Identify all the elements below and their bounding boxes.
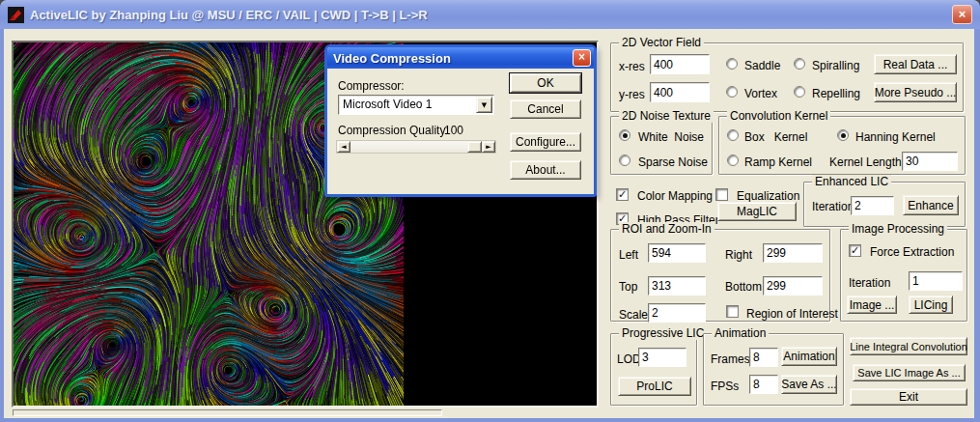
save-as-button[interactable]: Save As ... bbox=[781, 375, 837, 394]
equalization-checkbox[interactable] bbox=[715, 188, 728, 201]
exit-button[interactable]: Exit bbox=[850, 388, 967, 406]
video-compression-dialog: Video Compression × Compressor: Microsof… bbox=[324, 44, 597, 197]
force-extraction-checkbox[interactable] bbox=[849, 244, 861, 257]
group-label: Enhanced LIC bbox=[812, 175, 891, 188]
lod-label: LOD bbox=[617, 352, 641, 366]
window-title: ActiveLIC by Zhanping Liu @ MSU / ERC / … bbox=[30, 8, 428, 22]
vortex-radio[interactable] bbox=[726, 86, 738, 98]
fps-input[interactable] bbox=[749, 375, 778, 394]
color-mapping-label: Color Mapping bbox=[637, 189, 713, 203]
slider-right-arrow-icon[interactable]: ► bbox=[482, 141, 495, 153]
real-data-button[interactable]: Real Data ... bbox=[874, 54, 957, 74]
group-convolution-kernel: Convolution Kernel Box Kernel Hanning Ke… bbox=[718, 116, 966, 175]
window-close-icon[interactable]: × bbox=[952, 5, 972, 24]
group-label: Convolution Kernel bbox=[727, 109, 830, 123]
compression-quality-value: 100 bbox=[444, 124, 463, 137]
hanning-kernel-radio[interactable] bbox=[837, 129, 849, 141]
group-label: Progressive LIC bbox=[619, 326, 707, 340]
roi-top-input[interactable] bbox=[648, 276, 706, 295]
roi-left-label: Left bbox=[619, 248, 638, 262]
yres-label: y-res bbox=[619, 88, 645, 101]
saddle-label: Saddle bbox=[744, 59, 780, 72]
dialog-close-icon[interactable]: × bbox=[573, 49, 591, 67]
slider-left-arrow-icon[interactable]: ◄ bbox=[337, 141, 350, 153]
group-label: Image Processing bbox=[849, 222, 947, 236]
box-kernel-label: Box Kernel bbox=[744, 130, 807, 144]
compressor-dropdown[interactable]: Microsoft Video 1 ▼ bbox=[338, 95, 494, 115]
sparse-noise-radio[interactable] bbox=[619, 155, 630, 166]
ip-iteration-input[interactable] bbox=[909, 271, 963, 291]
quality-slider[interactable]: ◄ ► bbox=[336, 140, 496, 154]
region-of-interest-checkbox[interactable] bbox=[726, 305, 739, 318]
roi-left-input[interactable] bbox=[648, 243, 706, 263]
white-noise-label: White Noise bbox=[638, 130, 704, 144]
color-mapping-checkbox[interactable] bbox=[616, 188, 629, 201]
group-label: 2D Noise Texture bbox=[619, 109, 714, 123]
chevron-down-icon[interactable]: ▼ bbox=[476, 97, 492, 113]
group-enhanced-lic: Enhanced LIC Iteration Enhance bbox=[803, 182, 966, 227]
window-titlebar: ActiveLIC by Zhanping Liu @ MSU / ERC / … bbox=[0, 0, 980, 29]
group-label: 2D Vector Field bbox=[619, 36, 704, 49]
group-label: ROI and Zoom-In bbox=[619, 222, 714, 236]
licing-button[interactable]: LICing bbox=[909, 295, 953, 314]
roi-right-input[interactable] bbox=[763, 243, 823, 263]
app-window: ActiveLIC by Zhanping Liu @ MSU / ERC / … bbox=[0, 0, 980, 422]
image-button[interactable]: Image ... bbox=[847, 295, 897, 314]
ramp-kernel-radio[interactable] bbox=[727, 155, 739, 166]
roi-bottom-label: Bottom bbox=[725, 280, 762, 294]
equalization-label: Equalization bbox=[737, 189, 799, 203]
slider-thumb[interactable] bbox=[467, 141, 482, 153]
dialog-titlebar: Video Compression bbox=[327, 47, 594, 69]
roi-scale-input[interactable] bbox=[648, 303, 706, 323]
roi-bottom-input[interactable] bbox=[763, 276, 823, 295]
group-2d-vector-field: 2D Vector Field x-res y-res Saddle Spira… bbox=[610, 42, 964, 112]
roi-scale-label: Scale bbox=[619, 308, 648, 322]
force-extraction-label: Force Extraction bbox=[870, 245, 954, 259]
app-icon bbox=[8, 7, 24, 23]
group-progressive-lic: Progressive LIC LOD ProLIC bbox=[610, 333, 697, 406]
about-button[interactable]: About... bbox=[510, 160, 581, 180]
yres-input[interactable] bbox=[650, 82, 710, 102]
repelling-label: Repelling bbox=[812, 87, 860, 100]
save-lic-image-as-button[interactable]: Save LIC Image As ... bbox=[853, 364, 966, 381]
progress-strip bbox=[13, 409, 442, 416]
vortex-label: Vortex bbox=[744, 87, 777, 100]
dialog-title: Video Compression bbox=[333, 51, 451, 66]
frames-input[interactable] bbox=[749, 348, 778, 367]
frames-label: Frames bbox=[711, 352, 750, 366]
spiralling-label: Spiralling bbox=[812, 59, 859, 72]
enhanced-iteration-input[interactable] bbox=[851, 196, 894, 215]
saddle-radio[interactable] bbox=[726, 58, 738, 70]
repelling-radio[interactable] bbox=[794, 86, 805, 98]
roi-right-label: Right bbox=[725, 248, 752, 262]
box-kernel-radio[interactable] bbox=[727, 129, 739, 141]
region-of-interest-label: Region of Interest bbox=[746, 307, 838, 321]
animation-button[interactable]: Animation bbox=[781, 347, 837, 366]
group-roi-zoom-in: ROI and Zoom-In Left Right Top Bottom Sc… bbox=[610, 229, 830, 322]
compression-quality-label: Compression Quality: bbox=[338, 124, 449, 137]
hanning-kernel-label: Hanning Kernel bbox=[855, 130, 936, 144]
enhance-button[interactable]: Enhance bbox=[903, 195, 959, 215]
white-noise-radio[interactable] bbox=[619, 129, 630, 141]
cancel-button[interactable]: Cancel bbox=[510, 99, 581, 119]
configure-button[interactable]: Configure... bbox=[510, 132, 581, 152]
line-integral-convolution-button[interactable]: Line Integral Convolution bbox=[850, 337, 967, 355]
xres-label: x-res bbox=[619, 60, 645, 73]
ok-button[interactable]: OK bbox=[510, 73, 581, 93]
roi-top-label: Top bbox=[619, 280, 637, 294]
group-image-processing: Image Processing Force Extraction Iterat… bbox=[840, 229, 967, 322]
prolic-button[interactable]: ProLIC bbox=[618, 377, 691, 396]
more-pseudo-button[interactable]: More Pseudo ... bbox=[874, 82, 957, 102]
compressor-label: Compressor: bbox=[338, 79, 405, 93]
sparse-noise-label: Sparse Noise bbox=[638, 155, 708, 169]
compressor-value: Microsoft Video 1 bbox=[343, 98, 433, 111]
group-label: Animation bbox=[712, 326, 769, 340]
kernel-length-input[interactable] bbox=[902, 152, 958, 171]
kernel-length-label: Kernel Length bbox=[829, 155, 902, 169]
ip-iteration-label: Iteration bbox=[849, 276, 890, 290]
enhanced-iteration-label: Iteration bbox=[812, 200, 854, 213]
lod-input[interactable] bbox=[638, 348, 686, 367]
xres-input[interactable] bbox=[650, 54, 710, 74]
maglic-button[interactable]: MagLIC bbox=[717, 202, 797, 221]
spiralling-radio[interactable] bbox=[794, 58, 805, 70]
